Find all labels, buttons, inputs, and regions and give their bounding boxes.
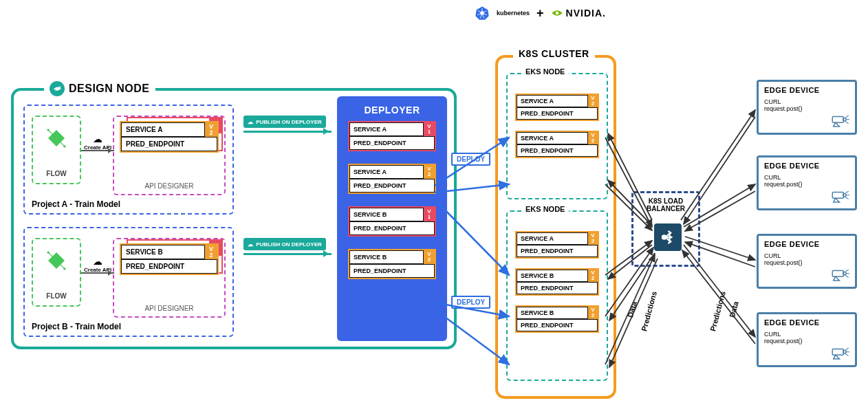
project-a-label: Project A - Train Model [32, 199, 120, 209]
nvidia-text: NVIDIA. [566, 8, 606, 19]
eks-title: EKS NODE [521, 205, 569, 213]
project-a: FLOW ☁ Create API V SERVICE A V2 [23, 105, 234, 215]
svg-rect-21 [832, 116, 843, 122]
k8s-service-card: SERVICE AV2PRED_ENDPOINT [515, 94, 599, 121]
service-stack-a: V SERVICE A V2 PRED_ENDPOINT [120, 121, 220, 153]
design-node-panel: DESIGN NODE FLOW ☁ Create API V [11, 88, 457, 349]
service-stack-b: V SERVICE B V2 PRED_ENDPOINT [120, 243, 220, 275]
kubernetes-icon [475, 6, 490, 21]
k8s-cluster: K8S CLUSTER EKS NODE SERVICE AV2PRED_END… [495, 55, 616, 399]
edge-device: EDGE DEVICE CURL request.post() [757, 234, 857, 289]
k8s-title: K8S CLUSTER [513, 48, 595, 59]
service-endpoint: PRED_ENDPOINT [121, 137, 217, 151]
plus-icon: + [536, 6, 544, 21]
api-designer-label: API DESIGNER [114, 305, 224, 312]
eks-node-b: EKS NODE SERVICE AV2PRED_ENDPOINT SERVIC… [506, 210, 608, 381]
publish-arrow-a [243, 131, 332, 133]
svg-line-13 [48, 130, 53, 135]
lb-title: K8S LOADBALANCER [639, 197, 693, 212]
cloud-icon: ☁ [93, 133, 102, 144]
service-name: SERVICE A [121, 122, 205, 137]
deployer-title: DEPLOYER [343, 105, 442, 116]
publish-button-b[interactable]: ☁PUBLISH ON DEPLOYER [243, 238, 326, 250]
svg-rect-23 [832, 192, 843, 198]
bird-icon [50, 81, 65, 96]
edge-device: EDGE DEVICE CURL request.post() [757, 155, 857, 210]
load-balancer: K8S LOADBALANCER [631, 191, 700, 267]
deploy-badge: DEPLOY [451, 296, 490, 309]
camera-icon [830, 113, 851, 129]
service-version: V2 [205, 122, 217, 137]
deployer-panel: DEPLOYER SERVICE AV1PRED_ENDPOINT SERVIC… [337, 96, 447, 341]
project-b: FLOW ☁ Create API V SERVICE B V2 [23, 227, 234, 337]
svg-line-19 [60, 264, 65, 269]
create-api-arrow [81, 272, 114, 274]
flow-icon [45, 127, 68, 150]
k8s-service-card: SERVICE AV2PRED_ENDPOINT [515, 131, 599, 158]
k8s-service-card: SERVICE BV2PRED_ENDPOINT [515, 305, 599, 333]
api-designer-b: V SERVICE B V2 PRED_ENDPOINT API DESIGNE… [113, 238, 226, 318]
deploy-badge: DEPLOY [451, 153, 490, 166]
deployer-card: SERVICE BV2PRED_ENDPOINT [348, 249, 436, 279]
predictions-label: Predictions [640, 290, 658, 332]
svg-line-14 [60, 142, 65, 146]
eks-title: EKS NODE [521, 67, 569, 76]
deployer-card: SERVICE AV2PRED_ENDPOINT [348, 164, 436, 194]
data-label: Data [728, 300, 740, 318]
nvidia-logo: NVIDIA. [551, 7, 606, 19]
svg-rect-25 [832, 270, 843, 276]
k8s-service-card: SERVICE BV2PRED_ENDPOINT [515, 268, 599, 296]
create-api-arrow [81, 150, 114, 151]
service-card-front: SERVICE A V2 PRED_ENDPOINT [120, 121, 219, 153]
deployer-card: SERVICE BV1PRED_ENDPOINT [348, 206, 436, 237]
publish-arrow-b [243, 253, 332, 255]
design-node-title: DESIGN NODE [44, 81, 155, 96]
load-balance-icon [654, 223, 682, 251]
edge-device: EDGE DEVICE CURL request.post() [757, 80, 857, 135]
api-designer-a: V SERVICE A V2 PRED_ENDPOINT API DESIGNE… [113, 116, 226, 195]
camera-icon [830, 346, 851, 361]
flow-label: FLOW [33, 170, 80, 177]
project-b-label: Project B - Train Model [32, 322, 121, 331]
service-name: SERVICE B [121, 245, 205, 259]
predictions-label: Predictions [708, 290, 727, 332]
cloud-icon: ☁ [248, 119, 253, 125]
publish-button-a[interactable]: ☁PUBLISH ON DEPLOYER [243, 116, 326, 128]
nvidia-icon [551, 7, 563, 19]
eks-node-a: EKS NODE SERVICE AV2PRED_ENDPOINT SERVIC… [506, 73, 608, 199]
cloud-icon: ☁ [248, 241, 253, 248]
svg-line-18 [48, 252, 53, 257]
top-logos: kubernetes + NVIDIA. [475, 6, 606, 21]
kubernetes-label: kubernetes [497, 10, 530, 17]
flow-box-a: FLOW [32, 116, 81, 184]
camera-icon [830, 267, 851, 283]
data-label: Data [626, 300, 638, 318]
k8s-service-card: SERVICE AV2PRED_ENDPOINT [515, 231, 599, 259]
edge-device: EDGE DEVICE CURL request.post() [757, 312, 857, 367]
deployer-card: SERVICE AV1PRED_ENDPOINT [348, 121, 436, 151]
service-card-front: SERVICE B V2 PRED_ENDPOINT [120, 243, 219, 275]
cloud-icon: ☁ [93, 256, 102, 267]
flow-box-b: FLOW [32, 238, 81, 307]
flow-icon [45, 249, 68, 272]
flow-label: FLOW [33, 292, 80, 300]
service-version: V2 [205, 245, 217, 259]
svg-point-9 [555, 12, 558, 15]
api-designer-label: API DESIGNER [114, 182, 224, 190]
svg-rect-27 [832, 349, 843, 355]
service-endpoint: PRED_ENDPOINT [121, 259, 217, 274]
camera-icon [830, 189, 851, 204]
